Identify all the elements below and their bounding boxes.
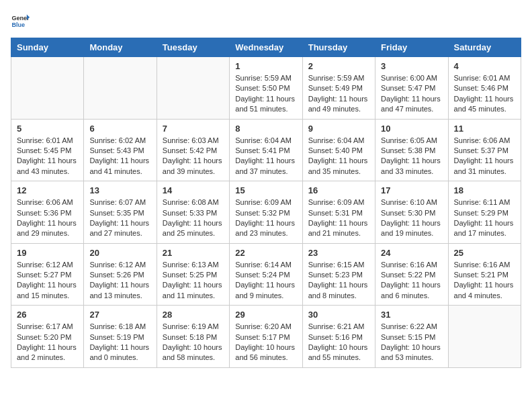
calendar-day-cell: 27Sunrise: 6:18 AM Sunset: 5:19 PM Dayli… (84, 306, 157, 368)
day-number: 7 (163, 124, 224, 134)
day-info: Sunrise: 6:12 AM Sunset: 5:27 PM Dayligh… (17, 260, 78, 302)
calendar-day-cell: 2Sunrise: 5:59 AM Sunset: 5:49 PM Daylig… (302, 57, 375, 120)
calendar-day-cell (11, 57, 84, 120)
day-number: 24 (381, 248, 442, 258)
calendar-day-cell: 21Sunrise: 6:13 AM Sunset: 5:25 PM Dayli… (157, 243, 229, 306)
day-number: 8 (235, 124, 296, 134)
calendar-day-cell: 29Sunrise: 6:20 AM Sunset: 5:17 PM Dayli… (230, 306, 302, 368)
calendar-day-cell: 1Sunrise: 5:59 AM Sunset: 5:50 PM Daylig… (230, 57, 302, 120)
calendar-day-cell: 17Sunrise: 6:10 AM Sunset: 5:30 PM Dayli… (375, 181, 448, 244)
day-info: Sunrise: 6:22 AM Sunset: 5:15 PM Dayligh… (381, 322, 442, 363)
day-info: Sunrise: 6:04 AM Sunset: 5:40 PM Dayligh… (308, 136, 369, 177)
day-info: Sunrise: 6:20 AM Sunset: 5:17 PM Dayligh… (235, 322, 296, 363)
day-info: Sunrise: 6:17 AM Sunset: 5:20 PM Dayligh… (17, 322, 78, 363)
day-number: 22 (235, 248, 296, 258)
calendar-day-cell: 31Sunrise: 6:22 AM Sunset: 5:15 PM Dayli… (375, 306, 448, 368)
calendar-day-cell (84, 57, 157, 120)
calendar-week-row: 12Sunrise: 6:06 AM Sunset: 5:36 PM Dayli… (11, 181, 521, 244)
calendar-day-cell: 16Sunrise: 6:09 AM Sunset: 5:31 PM Dayli… (302, 181, 375, 244)
day-info: Sunrise: 6:11 AM Sunset: 5:29 PM Dayligh… (454, 197, 515, 239)
day-number: 10 (381, 124, 442, 134)
day-info: Sunrise: 6:21 AM Sunset: 5:16 PM Dayligh… (308, 322, 369, 363)
day-number: 16 (308, 185, 369, 195)
calendar-day-cell: 24Sunrise: 6:16 AM Sunset: 5:22 PM Dayli… (375, 243, 448, 306)
calendar-week-row: 26Sunrise: 6:17 AM Sunset: 5:20 PM Dayli… (11, 306, 521, 368)
day-info: Sunrise: 6:16 AM Sunset: 5:22 PM Dayligh… (381, 260, 442, 302)
day-number: 30 (308, 310, 369, 320)
calendar-week-row: 1Sunrise: 5:59 AM Sunset: 5:50 PM Daylig… (11, 57, 521, 120)
calendar-body: 1Sunrise: 5:59 AM Sunset: 5:50 PM Daylig… (11, 57, 521, 368)
calendar-day-cell: 25Sunrise: 6:16 AM Sunset: 5:21 PM Dayli… (448, 243, 521, 306)
day-info: Sunrise: 6:06 AM Sunset: 5:36 PM Dayligh… (17, 197, 78, 239)
calendar-day-cell: 8Sunrise: 6:04 AM Sunset: 5:41 PM Daylig… (230, 119, 302, 181)
day-info: Sunrise: 6:08 AM Sunset: 5:33 PM Dayligh… (163, 197, 224, 239)
calendar-week-row: 5Sunrise: 6:01 AM Sunset: 5:45 PM Daylig… (11, 119, 521, 181)
calendar-day-cell: 3Sunrise: 6:00 AM Sunset: 5:47 PM Daylig… (375, 57, 448, 120)
calendar-day-cell: 7Sunrise: 6:03 AM Sunset: 5:42 PM Daylig… (157, 119, 229, 181)
day-number: 18 (454, 185, 515, 195)
day-info: Sunrise: 6:06 AM Sunset: 5:37 PM Dayligh… (454, 136, 515, 177)
day-info: Sunrise: 5:59 AM Sunset: 5:50 PM Dayligh… (235, 73, 296, 115)
day-number: 25 (454, 248, 515, 258)
day-number: 15 (235, 185, 296, 195)
day-number: 3 (381, 61, 442, 71)
day-info: Sunrise: 6:13 AM Sunset: 5:25 PM Dayligh… (163, 260, 224, 302)
calendar-day-cell: 26Sunrise: 6:17 AM Sunset: 5:20 PM Dayli… (11, 306, 84, 368)
calendar-day-cell: 4Sunrise: 6:01 AM Sunset: 5:46 PM Daylig… (448, 57, 521, 120)
day-info: Sunrise: 6:15 AM Sunset: 5:23 PM Dayligh… (308, 260, 369, 302)
day-number: 20 (89, 248, 150, 258)
page-header: General Blue (11, 11, 521, 30)
weekday-header-cell: Thursday (302, 38, 375, 57)
calendar-week-row: 19Sunrise: 6:12 AM Sunset: 5:27 PM Dayli… (11, 243, 521, 306)
calendar-day-cell: 18Sunrise: 6:11 AM Sunset: 5:29 PM Dayli… (448, 181, 521, 244)
calendar-table: SundayMondayTuesdayWednesdayThursdayFrid… (11, 38, 521, 368)
day-info: Sunrise: 6:07 AM Sunset: 5:35 PM Dayligh… (89, 197, 150, 239)
calendar-day-cell: 28Sunrise: 6:19 AM Sunset: 5:18 PM Dayli… (157, 306, 229, 368)
day-info: Sunrise: 6:10 AM Sunset: 5:30 PM Dayligh… (381, 197, 442, 239)
day-info: Sunrise: 6:05 AM Sunset: 5:38 PM Dayligh… (381, 136, 442, 177)
day-number: 21 (163, 248, 224, 258)
day-number: 13 (89, 185, 150, 195)
day-number: 11 (454, 124, 515, 134)
day-info: Sunrise: 6:03 AM Sunset: 5:42 PM Dayligh… (163, 136, 224, 177)
day-number: 9 (308, 124, 369, 134)
calendar-day-cell: 23Sunrise: 6:15 AM Sunset: 5:23 PM Dayli… (302, 243, 375, 306)
calendar-day-cell: 14Sunrise: 6:08 AM Sunset: 5:33 PM Dayli… (157, 181, 229, 244)
calendar-day-cell (157, 57, 229, 120)
day-info: Sunrise: 6:04 AM Sunset: 5:41 PM Dayligh… (235, 136, 296, 177)
weekday-header-cell: Wednesday (230, 38, 302, 57)
calendar-day-cell: 19Sunrise: 6:12 AM Sunset: 5:27 PM Dayli… (11, 243, 84, 306)
day-info: Sunrise: 6:19 AM Sunset: 5:18 PM Dayligh… (163, 322, 224, 363)
weekday-header-cell: Tuesday (157, 38, 229, 57)
day-number: 6 (89, 124, 150, 134)
day-info: Sunrise: 6:00 AM Sunset: 5:47 PM Dayligh… (381, 73, 442, 115)
day-number: 2 (308, 61, 369, 71)
calendar-day-cell: 12Sunrise: 6:06 AM Sunset: 5:36 PM Dayli… (11, 181, 84, 244)
day-number: 12 (17, 185, 78, 195)
calendar-day-cell: 11Sunrise: 6:06 AM Sunset: 5:37 PM Dayli… (448, 119, 521, 181)
day-number: 4 (454, 61, 515, 71)
day-number: 23 (308, 248, 369, 258)
day-info: Sunrise: 6:12 AM Sunset: 5:26 PM Dayligh… (89, 260, 150, 302)
day-number: 27 (89, 310, 150, 320)
weekday-header-row: SundayMondayTuesdayWednesdayThursdayFrid… (11, 38, 521, 57)
logo: General Blue (11, 11, 30, 30)
logo-icon: General Blue (11, 11, 30, 30)
weekday-header-cell: Sunday (11, 38, 84, 57)
calendar-day-cell: 15Sunrise: 6:09 AM Sunset: 5:32 PM Dayli… (230, 181, 302, 244)
day-info: Sunrise: 6:18 AM Sunset: 5:19 PM Dayligh… (89, 322, 150, 363)
day-info: Sunrise: 6:09 AM Sunset: 5:32 PM Dayligh… (235, 197, 296, 239)
calendar-day-cell: 20Sunrise: 6:12 AM Sunset: 5:26 PM Dayli… (84, 243, 157, 306)
day-info: Sunrise: 6:09 AM Sunset: 5:31 PM Dayligh… (308, 197, 369, 239)
svg-text:Blue: Blue (11, 21, 25, 28)
day-number: 14 (163, 185, 224, 195)
calendar-day-cell: 9Sunrise: 6:04 AM Sunset: 5:40 PM Daylig… (302, 119, 375, 181)
calendar-day-cell (448, 306, 521, 368)
day-number: 17 (381, 185, 442, 195)
day-info: Sunrise: 5:59 AM Sunset: 5:49 PM Dayligh… (308, 73, 369, 115)
day-number: 5 (17, 124, 78, 134)
day-number: 1 (235, 61, 296, 71)
calendar-day-cell: 13Sunrise: 6:07 AM Sunset: 5:35 PM Dayli… (84, 181, 157, 244)
calendar-day-cell: 22Sunrise: 6:14 AM Sunset: 5:24 PM Dayli… (230, 243, 302, 306)
day-info: Sunrise: 6:02 AM Sunset: 5:43 PM Dayligh… (89, 136, 150, 177)
